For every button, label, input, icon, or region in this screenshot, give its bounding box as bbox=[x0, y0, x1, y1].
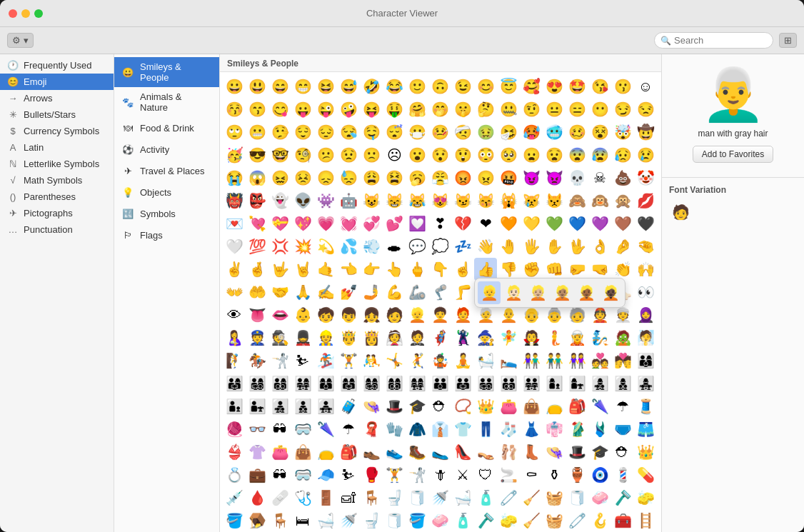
skin-tone-4[interactable]: 👱🏾 bbox=[575, 281, 598, 304]
emoji-cell[interactable]: 👮 bbox=[246, 326, 268, 349]
emoji-cell[interactable]: 💔 bbox=[451, 212, 474, 235]
emoji-cell[interactable]: 😯 bbox=[428, 144, 451, 166]
emoji-cell[interactable]: 🖖 bbox=[566, 235, 588, 258]
mid-item-animals-nature[interactable]: 🐾Animals & Nature bbox=[114, 87, 219, 117]
emoji-cell[interactable]: 👾 bbox=[314, 189, 337, 212]
emoji-cell[interactable]: 💊 bbox=[634, 463, 657, 486]
emoji-cell[interactable]: ☠ bbox=[588, 166, 611, 189]
emoji-cell[interactable]: 🥱 bbox=[406, 166, 428, 189]
emoji-cell[interactable]: ⛑ bbox=[611, 441, 634, 463]
emoji-cell[interactable]: 👚 bbox=[246, 441, 268, 463]
emoji-cell[interactable]: 👈 bbox=[337, 258, 360, 281]
emoji-cell[interactable]: 💢 bbox=[268, 235, 291, 258]
emoji-cell[interactable]: 👩‍👧‍👧 bbox=[634, 372, 657, 395]
sidebar-item-bullets-stars[interactable]: ✳Bullets/Stars bbox=[0, 106, 114, 123]
emoji-cell[interactable]: 😲 bbox=[451, 144, 474, 166]
emoji-cell[interactable]: 🤩 bbox=[566, 75, 588, 98]
mid-item-objects[interactable]: 💡Objects bbox=[114, 181, 219, 203]
emoji-cell[interactable]: 🧻 bbox=[566, 486, 588, 509]
emoji-cell[interactable]: 🎒 bbox=[337, 441, 360, 463]
emoji-cell[interactable]: 🛏 bbox=[291, 509, 314, 532]
emoji-cell[interactable]: 👨‍👨‍👧‍👦 bbox=[474, 372, 497, 395]
emoji-cell[interactable]: 💤 bbox=[451, 235, 474, 258]
emoji-cell[interactable]: 🩰 bbox=[497, 441, 520, 463]
emoji-cell[interactable]: 🤫 bbox=[451, 98, 474, 121]
emoji-cell[interactable]: 🕶 bbox=[268, 418, 291, 441]
emoji-cell[interactable]: 🤬 bbox=[497, 166, 520, 189]
emoji-cell[interactable]: 👨‍👩‍👧‍👦 bbox=[246, 372, 268, 395]
emoji-cell[interactable]: 🥰 bbox=[520, 75, 543, 98]
emoji-cell[interactable]: 🚿 bbox=[337, 509, 360, 532]
emoji-cell[interactable]: 🧵 bbox=[634, 395, 657, 418]
minimize-button[interactable] bbox=[21, 9, 30, 18]
emoji-cell[interactable]: 😏 bbox=[611, 98, 634, 121]
emoji-cell[interactable]: ☝ bbox=[451, 258, 474, 281]
emoji-cell[interactable]: 👬 bbox=[543, 349, 566, 372]
sidebar-item-latin[interactable]: ALatin bbox=[0, 139, 114, 156]
emoji-cell[interactable]: 👙 bbox=[223, 441, 246, 463]
emoji-cell[interactable]: 🙊 bbox=[611, 189, 634, 212]
emoji-cell[interactable]: 🪜 bbox=[634, 509, 657, 532]
emoji-cell[interactable]: 💬 bbox=[406, 235, 428, 258]
emoji-cell[interactable]: 🤣 bbox=[360, 75, 383, 98]
emoji-cell[interactable]: 👀 bbox=[634, 281, 657, 303]
emoji-cell[interactable]: 🎓 bbox=[406, 395, 428, 418]
emoji-cell[interactable]: 👨‍👩‍👧 bbox=[223, 372, 246, 395]
grid-view-button[interactable]: ⊞ bbox=[779, 33, 797, 48]
emoji-cell[interactable]: 💝 bbox=[268, 212, 291, 235]
emoji-cell[interactable]: 👭 bbox=[566, 349, 588, 372]
sidebar-item-parentheses[interactable]: ()Parentheses bbox=[0, 189, 114, 205]
emoji-cell[interactable]: 💉 bbox=[223, 486, 246, 509]
emoji-cell[interactable]: 😵 bbox=[588, 121, 611, 144]
emoji-cell[interactable]: 💋 bbox=[634, 189, 657, 212]
emoji-cell[interactable]: 💗 bbox=[314, 212, 337, 235]
emoji-cell[interactable]: ☂ bbox=[337, 418, 360, 441]
emoji-cell[interactable]: 🧚 bbox=[497, 326, 520, 349]
emoji-cell[interactable]: 🧛 bbox=[520, 326, 543, 349]
emoji-cell[interactable]: 👨‍👩‍👦 bbox=[634, 349, 657, 372]
mid-item-activity[interactable]: ⚽Activity bbox=[114, 139, 219, 160]
emoji-cell[interactable]: 🤳 bbox=[360, 281, 383, 303]
emoji-cell[interactable]: 😷 bbox=[406, 121, 428, 144]
emoji-cell[interactable]: 👸 bbox=[360, 326, 383, 349]
emoji-cell[interactable]: 👨‍👨‍👦‍👦 bbox=[497, 372, 520, 395]
emoji-cell[interactable]: 😿 bbox=[520, 189, 543, 212]
emoji-cell[interactable]: 🤗 bbox=[406, 98, 428, 121]
emoji-cell[interactable]: 🤎 bbox=[611, 212, 634, 235]
emoji-cell[interactable]: 👨‍👦‍👦 bbox=[291, 395, 314, 418]
emoji-cell[interactable]: 🧗 bbox=[223, 349, 246, 372]
emoji-cell[interactable]: ⛷ bbox=[337, 463, 360, 486]
emoji-cell[interactable]: 💑 bbox=[588, 349, 611, 372]
emoji-cell[interactable]: 😶 bbox=[588, 98, 611, 121]
emoji-cell[interactable]: 💓 bbox=[337, 212, 360, 235]
emoji-cell[interactable]: ⚱ bbox=[543, 463, 566, 486]
emoji-cell[interactable]: 😳 bbox=[474, 144, 497, 166]
emoji-cell[interactable]: 👅 bbox=[246, 303, 268, 326]
emoji-cell[interactable]: 😒 bbox=[634, 98, 657, 121]
emoji-cell[interactable]: 👕 bbox=[451, 418, 474, 441]
emoji-cell[interactable]: 🧦 bbox=[497, 418, 520, 441]
emoji-cell[interactable]: ✍ bbox=[314, 281, 337, 303]
emoji-cell[interactable]: 🌂 bbox=[588, 395, 611, 418]
emoji-cell[interactable]: 🧞 bbox=[588, 326, 611, 349]
emoji-cell[interactable]: 😥 bbox=[611, 144, 634, 166]
emoji-cell[interactable]: 😨 bbox=[566, 144, 588, 166]
emoji-cell[interactable]: 😛 bbox=[291, 98, 314, 121]
emoji-cell[interactable]: 💟 bbox=[406, 212, 428, 235]
emoji-cell[interactable]: 🥴 bbox=[566, 121, 588, 144]
emoji-cell[interactable]: 🥾 bbox=[406, 441, 428, 463]
emoji-cell[interactable]: 😣 bbox=[291, 166, 314, 189]
emoji-cell[interactable]: 👔 bbox=[428, 418, 451, 441]
emoji-cell[interactable]: 😡 bbox=[451, 166, 474, 189]
emoji-cell[interactable]: 😴 bbox=[383, 121, 406, 144]
emoji-cell[interactable]: 👨‍👨‍👧 bbox=[451, 372, 474, 395]
emoji-cell[interactable]: 👍👱👱🏻👱🏼👱🏽👱🏾👱🏿 bbox=[474, 258, 497, 281]
emoji-cell[interactable]: 🤖 bbox=[337, 189, 360, 212]
emoji-cell[interactable]: 🤐 bbox=[497, 98, 520, 121]
emoji-cell[interactable]: 💫 bbox=[314, 235, 337, 258]
emoji-cell[interactable]: 💈 bbox=[611, 463, 634, 486]
emoji-cell[interactable]: 🚽 bbox=[360, 509, 383, 532]
emoji-cell[interactable]: 😜 bbox=[314, 98, 337, 121]
emoji-cell[interactable]: 👘 bbox=[543, 418, 566, 441]
emoji-cell[interactable]: 🏺 bbox=[566, 463, 588, 486]
